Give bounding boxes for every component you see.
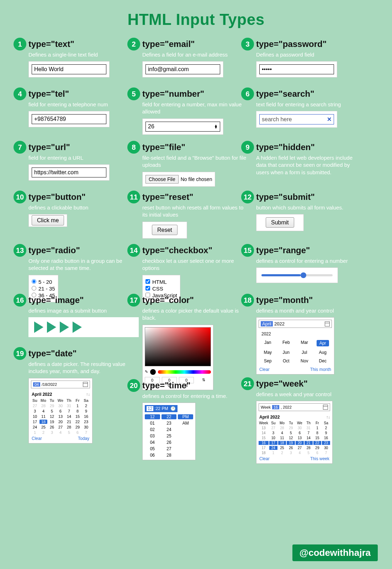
this-month-link[interactable]: This month	[310, 367, 331, 372]
month-cell[interactable]: Jan	[261, 340, 274, 346]
day-cell[interactable]: 5	[65, 430, 73, 435]
day-cell[interactable]: 1	[74, 404, 81, 408]
day-cell[interactable]: 22	[74, 420, 81, 424]
week-number[interactable]: 14	[259, 431, 269, 435]
calendar-icon[interactable]	[325, 321, 330, 326]
day-cell[interactable]: 28	[39, 404, 47, 408]
eyedropper-icon[interactable]: ✎	[145, 369, 148, 374]
month-year-label[interactable]: April 2022	[32, 392, 52, 397]
day-cell[interactable]: 31	[65, 404, 73, 408]
day-cell[interactable]: 27	[296, 446, 304, 450]
day-cell[interactable]: 5	[48, 409, 56, 413]
day-cell[interactable]: 21	[304, 441, 313, 445]
week-number[interactable]: 18	[259, 451, 269, 455]
day-cell[interactable]: 6	[57, 409, 64, 413]
day-cell[interactable]: 20	[57, 420, 64, 424]
checkbox-option[interactable]: CSS	[145, 286, 177, 292]
calendar-icon[interactable]	[323, 405, 328, 410]
day-cell[interactable]: 15	[313, 436, 322, 440]
day-cell[interactable]: 28	[304, 446, 313, 450]
day-cell[interactable]: 6	[296, 431, 304, 435]
day-cell[interactable]: 7	[304, 431, 313, 435]
day-cell[interactable]: 4	[39, 409, 47, 413]
week-number[interactable]: 13	[259, 426, 269, 430]
day-cell[interactable]: 14	[304, 436, 313, 440]
day-cell[interactable]: 5	[287, 431, 295, 435]
week-number[interactable]: 17	[259, 446, 269, 450]
submit-button[interactable]: Submit	[266, 217, 294, 228]
month-cell[interactable]: Jul	[298, 350, 311, 355]
day-cell[interactable]: 1	[31, 430, 39, 435]
day-cell[interactable]: 26	[287, 446, 295, 450]
day-cell[interactable]: 23	[82, 420, 90, 424]
reset-button[interactable]: Reset	[152, 225, 178, 235]
time-cell[interactable]: 01	[145, 421, 160, 426]
email-input[interactable]: info@gmail.com	[145, 64, 220, 74]
clear-search-icon[interactable]: ✕	[327, 116, 332, 123]
day-cell[interactable]: 3	[287, 451, 295, 455]
day-cell[interactable]: 4	[278, 431, 286, 435]
search-input[interactable]: search here ✕	[259, 114, 334, 124]
month-cell[interactable]: Nov	[298, 358, 311, 363]
radio-input[interactable]	[32, 279, 36, 284]
day-cell[interactable]: 15	[74, 414, 81, 419]
time-cell[interactable]: 05	[145, 446, 160, 451]
time-cell[interactable]: 12	[145, 414, 160, 419]
choose-file-button[interactable]: Choose File	[145, 175, 179, 184]
time-cell[interactable]	[178, 440, 193, 445]
time-cell[interactable]: 26	[161, 440, 177, 445]
day-cell[interactable]: 13	[296, 436, 304, 440]
time-display[interactable]: 12:22 PM 🕐	[145, 405, 178, 412]
url-input[interactable]: https://twitter.com	[32, 167, 106, 177]
month-cell[interactable]: May	[261, 350, 274, 355]
day-cell[interactable]: 1	[313, 426, 322, 430]
month-cell[interactable]: Oct	[280, 358, 293, 363]
date-picker[interactable]: 04/18/2022 April 2022 ↑ ↓ SuMoTuWeThFrSa…	[28, 378, 92, 443]
day-cell[interactable]: 29	[287, 426, 295, 430]
play-icon[interactable]	[47, 321, 56, 333]
number-input[interactable]: 26 ▲▼	[145, 122, 220, 132]
today-link[interactable]: Today	[78, 436, 89, 441]
time-cell[interactable]: 28	[161, 453, 177, 458]
day-cell[interactable]: 2	[39, 430, 47, 435]
month-year-label[interactable]: April 2022	[259, 415, 280, 420]
day-cell[interactable]: 25	[39, 425, 47, 429]
day-cell[interactable]: 3	[31, 409, 39, 413]
checkbox-option[interactable]: HTML	[145, 279, 177, 285]
time-cell[interactable]: 25	[161, 434, 177, 438]
time-cell[interactable]	[178, 434, 193, 438]
day-cell[interactable]: 29	[313, 446, 322, 450]
day-cell[interactable]: 30	[82, 425, 90, 429]
slider-thumb[interactable]	[301, 272, 306, 278]
day-cell[interactable]: 27	[57, 425, 64, 429]
time-cell[interactable]: 23	[161, 421, 177, 426]
color-gradient[interactable]	[145, 327, 211, 366]
day-cell[interactable]: 2	[82, 404, 90, 408]
day-cell[interactable]: 30	[322, 446, 330, 450]
day-cell[interactable]: 30	[296, 426, 304, 430]
color-picker[interactable]: ✎ 0R 0G 0B ⇅	[142, 325, 213, 390]
day-cell[interactable]: 24	[269, 446, 277, 450]
play-icon[interactable]	[73, 321, 82, 333]
checkbox-input[interactable]	[145, 279, 150, 284]
day-cell[interactable]: 26	[48, 425, 56, 429]
day-cell[interactable]: 12	[48, 414, 56, 419]
day-cell[interactable]: 16	[82, 414, 90, 419]
day-cell[interactable]: 31	[304, 426, 313, 430]
month-cell[interactable]: Dec	[317, 358, 329, 363]
day-cell[interactable]: 5	[304, 451, 313, 455]
month-input-display[interactable]: April 2022	[259, 320, 332, 328]
click-me-button[interactable]: Click me	[32, 215, 64, 225]
day-cell[interactable]: 16	[322, 436, 330, 440]
day-cell[interactable]: 11	[39, 414, 47, 419]
day-cell[interactable]: 8	[313, 431, 322, 435]
month-cell[interactable]: Jun	[280, 350, 293, 355]
clear-link[interactable]: Clear	[259, 367, 270, 372]
day-cell[interactable]: 17	[31, 420, 39, 424]
month-cell[interactable]: Aug	[317, 350, 329, 355]
month-cell[interactable]: Sep	[261, 358, 274, 363]
this-week-link[interactable]: This week	[310, 456, 329, 461]
day-cell[interactable]: 29	[74, 425, 81, 429]
time-cell[interactable]: PM	[178, 414, 193, 419]
day-cell[interactable]: 14	[65, 414, 73, 419]
